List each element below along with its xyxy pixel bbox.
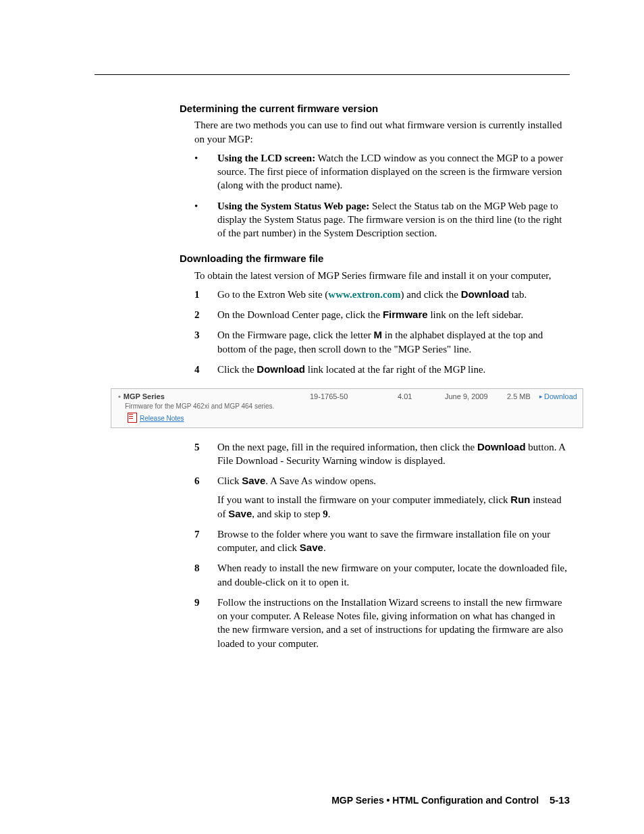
step-5: 5 On the next page, fill in the required… (194, 440, 570, 468)
top-rule (95, 74, 570, 75)
t: . A Save As window opens. (265, 475, 376, 486)
step-4: 4 Click the Download link located at the… (194, 363, 570, 376)
step-num: 9 (194, 596, 200, 609)
step-num: 1 (194, 288, 200, 301)
t: Firmware (383, 309, 428, 320)
section-heading-1: Determining the current firmware version (180, 102, 570, 115)
t: link on the left sidebar. (428, 309, 524, 320)
t: Follow the instructions on the Installat… (217, 597, 563, 649)
extron-url-link[interactable]: www.extron.com (328, 289, 400, 300)
step-num: 7 (194, 527, 200, 541)
footer-text: MGP Series • HTML Configuration and Cont… (331, 795, 539, 806)
t: Save (228, 508, 252, 519)
page-footer: MGP Series • HTML Configuration and Cont… (331, 793, 570, 807)
step-num: 2 (194, 308, 200, 321)
t: If you want to install the firmware on y… (217, 494, 510, 505)
t: On the next page, fill in the required i… (217, 442, 477, 452)
t: When ready to install the new firmware o… (217, 563, 567, 587)
section1-bullets: Using the LCD screen: Watch the LCD wind… (194, 151, 570, 240)
step-6: 6 Click Save. A Save As window opens. If… (194, 474, 570, 521)
t: Download (461, 288, 510, 300)
pdf-icon (128, 413, 137, 423)
t: M (374, 329, 383, 340)
section2-intro: To obtain the latest version of MGP Seri… (194, 269, 570, 282)
t: ) and click the (401, 289, 461, 300)
step-num: 5 (194, 440, 200, 454)
release-notes-link[interactable]: Release Notes (140, 415, 184, 422)
t: Save (300, 542, 323, 553)
firmware-row-screenshot: MGP Series 19-1765-50 4.01 June 9, 2009 … (111, 388, 583, 428)
step-num: 4 (194, 363, 200, 376)
ss-part: 19-1765-50 (310, 392, 398, 402)
t: tab. (509, 289, 527, 300)
t: Download (257, 363, 305, 375)
bullet-lcd: Using the LCD screen: Watch the LCD wind… (194, 151, 570, 192)
bullet-lcd-lead: Using the LCD screen: (217, 153, 315, 163)
section-heading-2: Downloading the firmware file (180, 252, 570, 265)
ss-date: June 9, 2009 (445, 392, 507, 402)
ss-title: MGP Series (118, 392, 310, 402)
steps-list-2: 5 On the next page, fill in the required… (194, 440, 570, 650)
t: . (323, 542, 326, 553)
step-8: 8 When ready to install the new firmware… (194, 561, 570, 589)
t: , and skip to step (252, 509, 323, 519)
step-num: 6 (194, 474, 200, 488)
step-3: 3 On the Firmware page, click the letter… (194, 328, 570, 356)
t: Click (217, 475, 242, 486)
step-1: 1 Go to the Extron Web site (www.extron.… (194, 288, 570, 301)
t: Go to the Extron Web site ( (217, 289, 328, 300)
step-num: 3 (194, 328, 200, 342)
bullet-status: Using the System Status Web page: Select… (194, 199, 570, 240)
t: Browse to the folder where you want to s… (217, 529, 550, 553)
t: On the Download Center page, click the (217, 309, 383, 320)
section1-intro: There are two methods you can use to fin… (194, 118, 570, 146)
t: Run (510, 494, 530, 505)
t: Download (477, 441, 526, 452)
t: link located at the far right of the MGP… (305, 364, 485, 375)
footer-page: 5-13 (549, 794, 570, 806)
ss-size: 2.5 MB (507, 392, 539, 402)
t: Click the (217, 364, 257, 375)
step-num: 8 (194, 561, 200, 575)
t: 9 (323, 509, 328, 519)
bullet-status-lead: Using the System Status Web page: (217, 201, 369, 211)
ss-version: 4.01 (398, 392, 445, 402)
t: . (328, 509, 331, 519)
t: On the Firmware page, click the letter (217, 330, 374, 340)
step-7: 7 Browse to the folder where you want to… (194, 527, 570, 555)
download-link[interactable]: Download (539, 392, 577, 402)
step-9: 9 Follow the instructions on the Install… (194, 596, 570, 650)
t: Save (242, 475, 265, 486)
step-2: 2 On the Download Center page, click the… (194, 308, 570, 321)
ss-desc: Firmware for the MGP 462xi and MGP 464 s… (125, 402, 577, 411)
steps-list: 1 Go to the Extron Web site (www.extron.… (194, 288, 570, 376)
